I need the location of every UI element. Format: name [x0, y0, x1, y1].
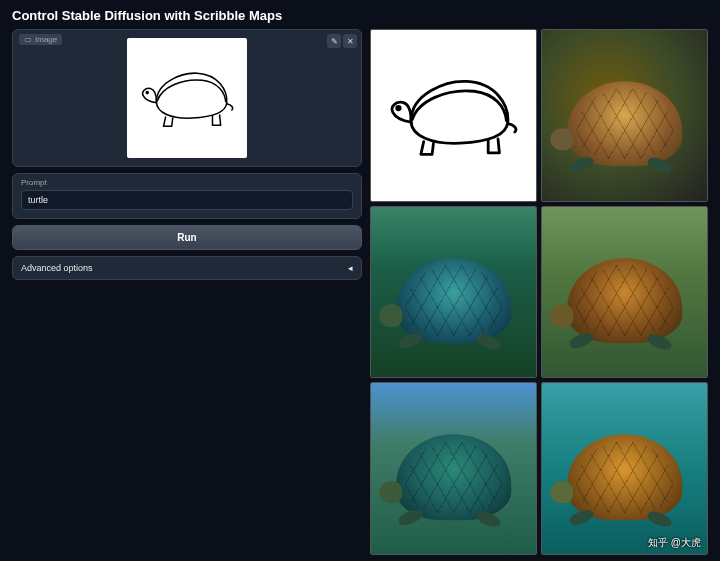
close-icon: ✕ — [347, 37, 354, 46]
result-tile-3[interactable] — [370, 206, 537, 379]
clear-image-button[interactable]: ✕ — [343, 34, 357, 48]
right-column: 知乎 @大虎 — [370, 29, 708, 555]
advanced-options-toggle[interactable]: Advanced options ◂ — [12, 256, 362, 280]
results-gallery: 知乎 @大虎 — [370, 29, 708, 555]
advanced-label: Advanced options — [21, 263, 93, 273]
svg-point-0 — [146, 92, 148, 94]
edit-image-button[interactable]: ✎ — [327, 34, 341, 48]
result-tile-4[interactable] — [541, 206, 708, 379]
image-label-badge: ▭ Image — [19, 34, 62, 45]
svg-point-1 — [397, 107, 401, 111]
image-panel: ▭ Image ✎ ✕ — [12, 29, 362, 167]
watermark: 知乎 @大虎 — [648, 536, 701, 550]
input-sketch — [136, 62, 238, 133]
run-button[interactable]: Run — [12, 225, 362, 250]
pencil-icon: ✎ — [331, 37, 338, 46]
chevron-left-icon: ◂ — [348, 263, 353, 273]
page-title: Control Stable Diffusion with Scribble M… — [12, 8, 708, 23]
result-tile-6[interactable]: 知乎 @大虎 — [541, 382, 708, 555]
result-tile-5[interactable] — [370, 382, 537, 555]
left-column: ▭ Image ✎ ✕ — [12, 29, 362, 555]
result-tile-2[interactable] — [541, 29, 708, 202]
result-tile-1[interactable] — [370, 29, 537, 202]
prompt-label: Prompt — [21, 178, 353, 187]
sketch-canvas[interactable] — [127, 38, 247, 158]
image-icon: ▭ — [24, 35, 32, 44]
prompt-input[interactable] — [21, 190, 353, 210]
image-label-text: Image — [35, 35, 57, 44]
prompt-panel: Prompt — [12, 173, 362, 219]
result-sketch — [383, 66, 523, 164]
